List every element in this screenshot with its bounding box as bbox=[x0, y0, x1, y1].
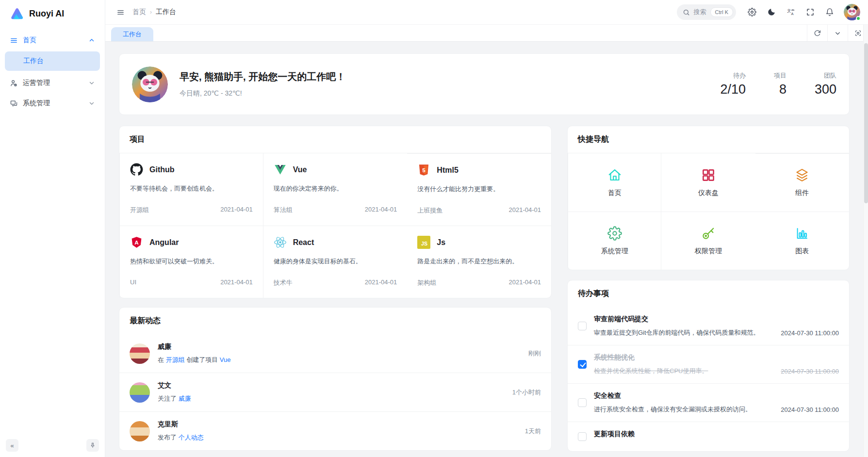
project-group: 架构组 bbox=[417, 278, 436, 287]
project-group: 开源组 bbox=[130, 206, 149, 214]
quick-nav-label: 图表 bbox=[795, 247, 809, 256]
project-description: 热情和欲望可以突破一切难关。 bbox=[130, 257, 253, 266]
angular-icon: A bbox=[130, 236, 143, 249]
greeting-card: 早安, 熊猫助手, 开始您一天的工作吧！ 今日晴, 20℃ - 32℃! 待办 … bbox=[119, 53, 850, 115]
news-link[interactable]: 开源组 bbox=[166, 356, 185, 363]
user-avatar[interactable] bbox=[844, 4, 860, 20]
sidebar-item-workbench[interactable]: 工作台 bbox=[5, 51, 100, 71]
hamburger-icon bbox=[116, 8, 125, 16]
project-card[interactable]: JS Js 路是走出来的，而不是空想出来的。 架构组 2021-04-01 bbox=[407, 226, 551, 298]
settings-button[interactable] bbox=[744, 4, 760, 20]
refresh-tab-button[interactable] bbox=[807, 25, 827, 41]
breadcrumb-home[interactable]: 首页 bbox=[132, 8, 146, 16]
tab-options-button[interactable] bbox=[827, 25, 848, 41]
stat-value: 8 bbox=[774, 82, 786, 97]
news-link[interactable]: Vue bbox=[220, 356, 231, 363]
project-card[interactable]: Github 不要等待机会，而要创造机会。 开源组 2021-04-01 bbox=[119, 153, 263, 226]
quick-nav-card: 快捷导航 首页 仪表盘 bbox=[567, 126, 850, 270]
news-link[interactable]: 个人动态 bbox=[179, 434, 204, 441]
collapse-sidebar-button[interactable] bbox=[113, 5, 128, 19]
todo-row: 系统性能优化 检查并优化系统性能，降低CPU使用率。 2024-07-30 11… bbox=[568, 345, 849, 383]
todo-checkbox[interactable] bbox=[578, 398, 587, 407]
stat-label: 团队 bbox=[815, 71, 836, 80]
project-group: 技术牛 bbox=[274, 278, 293, 287]
scrollbar-thumb[interactable] bbox=[864, 43, 868, 203]
project-name: Js bbox=[437, 238, 445, 247]
project-date: 2021-04-01 bbox=[365, 278, 397, 287]
todo-item-title: 安全检查 bbox=[594, 392, 781, 400]
news-action: 关注了 威廉 bbox=[158, 394, 191, 403]
monitor-icon bbox=[10, 99, 18, 108]
project-group: UI bbox=[130, 278, 136, 286]
sidebar-item-label: 首页 bbox=[23, 36, 36, 45]
quick-nav-label: 首页 bbox=[608, 189, 622, 197]
project-card[interactable]: 5 Html5 没有什么才能比努力更重要。 上班摸鱼 2021-04-01 bbox=[407, 153, 551, 226]
quick-nav-item[interactable]: 权限管理 bbox=[661, 212, 755, 270]
logo[interactable]: Ruoyi AI bbox=[0, 0, 105, 27]
html5-icon: 5 bbox=[417, 163, 430, 177]
search-icon bbox=[683, 9, 690, 16]
project-card[interactable]: Vue 现在的你决定将来的你。 算法组 2021-04-01 bbox=[263, 153, 408, 226]
sidebar-item-system[interactable]: 系统管理 bbox=[5, 94, 100, 113]
quick-nav-item[interactable]: 图表 bbox=[755, 212, 849, 270]
todo-checkbox[interactable] bbox=[578, 432, 587, 441]
quick-nav-label: 组件 bbox=[795, 189, 809, 197]
sidebar: Ruoyi AI 首页 工作台 运营管理 系统管理 « bbox=[0, 0, 105, 457]
news-row: 克里斯 发布了 个人动态 1天前 bbox=[119, 411, 551, 450]
member-name: 威廉 bbox=[158, 343, 231, 351]
quick-nav-item[interactable]: 首页 bbox=[568, 153, 661, 212]
bell-icon bbox=[825, 8, 834, 16]
project-card[interactable]: A Angular 热情和欲望可以突破一切难关。 UI 2021-04-01 bbox=[119, 226, 263, 298]
project-description: 不要等待机会，而要创造机会。 bbox=[130, 184, 253, 193]
todo-checkbox[interactable] bbox=[578, 360, 587, 369]
chevron-down-icon bbox=[88, 80, 95, 86]
todo-checkbox[interactable] bbox=[578, 322, 587, 330]
member-avatar bbox=[130, 421, 150, 441]
news-title: 最新动态 bbox=[119, 308, 551, 334]
sidebar-item-home[interactable]: 首页 bbox=[5, 31, 100, 49]
news-link[interactable]: 威廉 bbox=[179, 395, 191, 402]
fullscreen-button[interactable] bbox=[802, 4, 819, 20]
project-date: 2021-04-01 bbox=[508, 206, 541, 215]
breadcrumb-separator: › bbox=[150, 9, 152, 16]
translate-icon: 文A bbox=[786, 8, 795, 16]
stat-value: 2/10 bbox=[720, 82, 746, 97]
stat-label: 待办 bbox=[720, 71, 746, 80]
react-icon bbox=[274, 236, 287, 249]
quick-nav-item[interactable]: 仪表盘 bbox=[661, 153, 755, 212]
sidebar-collapse-button[interactable]: « bbox=[6, 439, 18, 452]
greeting-subtitle: 今日晴, 20℃ - 32℃! bbox=[180, 89, 345, 98]
todo-item-title: 系统性能优化 bbox=[594, 353, 781, 362]
notifications-button[interactable] bbox=[821, 4, 838, 20]
news-action: 在 开源组 创建了项目 Vue bbox=[158, 356, 231, 364]
project-card[interactable]: React 健康的身体是实现目标的基石。 技术牛 2021-04-01 bbox=[263, 226, 408, 298]
greeting-text: 早安, 熊猫助手, 开始您一天的工作吧！ 今日晴, 20℃ - 32℃! bbox=[180, 70, 345, 98]
member-name: 艾文 bbox=[158, 381, 191, 390]
sidebar-item-operation[interactable]: 运营管理 bbox=[5, 74, 100, 92]
todo-item-title: 审查前端代码提交 bbox=[594, 315, 781, 324]
quick-nav-item[interactable]: 系统管理 bbox=[568, 212, 661, 270]
dark-mode-button[interactable] bbox=[763, 4, 780, 20]
svg-text:文: 文 bbox=[787, 9, 791, 13]
gear-icon bbox=[748, 8, 756, 16]
vue-icon bbox=[274, 163, 287, 176]
project-description: 路是走出来的，而不是空想出来的。 bbox=[417, 257, 541, 266]
search-input[interactable]: 搜索 Ctrl K bbox=[677, 4, 737, 20]
project-name: React bbox=[293, 238, 314, 247]
quick-nav-item[interactable]: 组件 bbox=[755, 153, 849, 212]
project-name: Vue bbox=[293, 165, 307, 174]
project-group: 上班摸鱼 bbox=[417, 206, 442, 215]
todo-item-description: 检查并优化系统性能，降低CPU使用率。 bbox=[594, 367, 781, 375]
greeting-title: 早安, 熊猫助手, 开始您一天的工作吧！ bbox=[180, 70, 345, 83]
news-row: 艾文 关注了 威廉 1个小时前 bbox=[119, 373, 551, 411]
sidebar-pin-button[interactable] bbox=[86, 439, 99, 452]
language-button[interactable]: 文A bbox=[783, 4, 799, 20]
stat-value: 300 bbox=[815, 82, 836, 97]
breadcrumb: 首页 › 工作台 bbox=[132, 8, 176, 16]
app-logo-icon bbox=[9, 6, 24, 21]
tab-workbench[interactable]: 工作台 bbox=[111, 27, 153, 41]
home-icon bbox=[607, 168, 622, 182]
content-area: 早安, 熊猫助手, 开始您一天的工作吧！ 今日晴, 20℃ - 32℃! 待办 … bbox=[105, 42, 868, 457]
project-name: Angular bbox=[149, 238, 179, 247]
breadcrumb-current: 工作台 bbox=[156, 8, 176, 16]
